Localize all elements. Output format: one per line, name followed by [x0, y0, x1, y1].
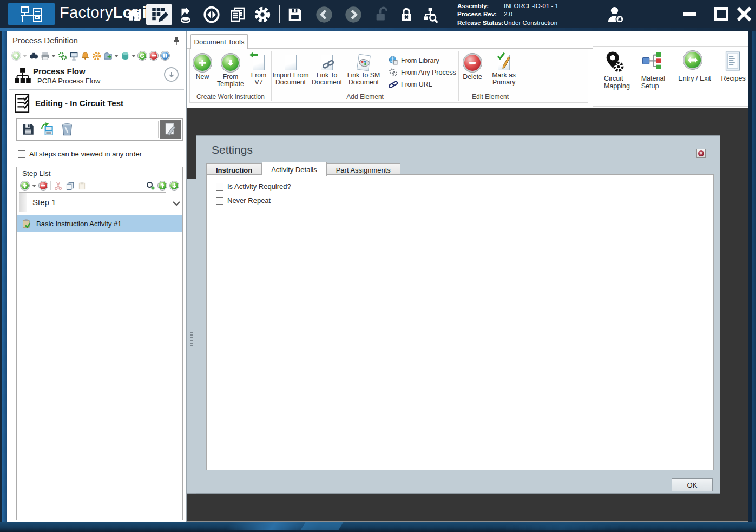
recipes-icon [725, 51, 741, 71]
material-setup-button[interactable]: Material Setup [641, 51, 671, 106]
process-flow-title: Process Flow [33, 67, 86, 76]
add-dropdown-icon[interactable] [23, 55, 27, 60]
add-step-icon[interactable] [20, 181, 30, 191]
alerts-bell-icon[interactable] [80, 51, 90, 61]
circuit-mapping-button[interactable]: Circuit Mapping [604, 51, 634, 106]
find-step-icon[interactable] [146, 181, 155, 191]
link-to-sm-document-icon [357, 54, 371, 71]
assembly-info: Assembly:INFORCE-IO-01 - 1 Process Rev:2… [457, 2, 558, 27]
editing-title: Editing - In Circuit Test [35, 98, 123, 108]
titlebar-separator [448, 5, 448, 23]
move-up-icon[interactable] [157, 181, 167, 191]
maximize-button[interactable] [711, 4, 732, 24]
from-any-process-button[interactable]: From Any Process [389, 68, 456, 77]
print-dropdown-icon[interactable] [51, 55, 56, 60]
ok-button[interactable]: OK [672, 478, 713, 491]
import-from-document-button[interactable]: Import From Document [272, 52, 310, 86]
unlock-button[interactable] [371, 4, 392, 25]
home-button[interactable] [123, 4, 144, 25]
mark-as-primary-button[interactable]: Mark as Primary [486, 52, 522, 86]
edit-document-button[interactable] [160, 120, 181, 139]
pause-icon[interactable] [160, 51, 170, 61]
refresh-icon[interactable] [137, 51, 147, 61]
copy-icon[interactable] [65, 181, 75, 191]
step-list-toolbar [20, 180, 179, 191]
add-icon[interactable] [11, 51, 21, 61]
activity-label: Basic Instruction Activity #1 [36, 220, 122, 228]
minimize-button[interactable] [680, 4, 700, 24]
tab-document-tools[interactable]: Document Tools [190, 34, 248, 49]
process-flow-row[interactable]: Process Flow PCBA Process Flow [7, 64, 186, 89]
settings-dialog: Settings ✕ Instruction Activity Details … [196, 135, 720, 494]
tab-activity-details[interactable]: Activity Details [262, 162, 327, 176]
order-checkbox[interactable] [18, 150, 25, 158]
panel-splitter[interactable] [187, 179, 196, 494]
link-to-sm-document-button[interactable]: Link To SM Document [344, 52, 383, 86]
material-setup-icon [641, 51, 663, 71]
from-template-button[interactable]: From Template [215, 52, 246, 88]
delete-element-button[interactable]: Delete [459, 52, 486, 81]
settings-gear-button[interactable] [252, 4, 273, 25]
presentation-icon[interactable] [69, 51, 78, 61]
entry-exit-button[interactable]: Entry / Exit [678, 51, 713, 106]
link-to-document-button[interactable]: Link To Document [310, 52, 344, 86]
process-rev-row: Process Rev:2.0 [457, 10, 558, 18]
paste-icon[interactable] [77, 181, 87, 191]
recipes-button[interactable]: Recipes [721, 51, 748, 106]
export-dropdown-icon[interactable] [114, 55, 119, 60]
process-editor-button[interactable] [146, 4, 172, 25]
editor-canvas: Settings ✕ Instruction Activity Details … [187, 108, 748, 522]
remove-step-icon[interactable] [38, 181, 48, 191]
from-url-button[interactable]: From URL [389, 80, 456, 89]
lock-release-button[interactable] [396, 4, 417, 25]
remove-icon[interactable] [149, 51, 159, 61]
export-folder-icon[interactable] [103, 51, 113, 61]
database-icon[interactable] [120, 51, 130, 61]
link-to-document-icon [321, 55, 333, 70]
step-collapse-chevron[interactable] [173, 199, 180, 208]
entry-exit-icon [683, 51, 702, 69]
import-document-icon[interactable] [38, 120, 57, 139]
process-audit-button[interactable] [420, 4, 441, 25]
save-button[interactable] [285, 4, 305, 25]
new-button[interactable]: New [190, 52, 215, 81]
new-icon [193, 54, 212, 72]
order-checkbox-row: All steps can be viewed in any order [18, 150, 142, 158]
add-step-dropdown-icon[interactable] [32, 185, 36, 189]
undo-back-button[interactable] [314, 4, 334, 25]
validate-icon[interactable] [57, 51, 67, 61]
delete-document-trash-icon[interactable] [57, 120, 77, 139]
move-down-icon[interactable] [169, 181, 179, 191]
transfer-button[interactable] [201, 4, 222, 25]
never-repeat-checkbox[interactable] [216, 197, 223, 205]
database-dropdown-icon[interactable] [132, 55, 136, 60]
redo-forward-button[interactable] [343, 4, 364, 25]
panel-toolbar [11, 50, 183, 61]
ribbon-area: Document Tools New From Template [187, 31, 748, 108]
from-library-button[interactable]: From Library [389, 56, 456, 65]
toolbar-divider [89, 181, 89, 190]
options-gear-icon[interactable] [91, 51, 101, 61]
logout-user-button[interactable] [605, 4, 626, 25]
collapse-flow-button[interactable] [164, 67, 179, 82]
from-v7-button[interactable]: From V7 [246, 52, 271, 86]
activity-list-item[interactable]: Basic Instruction Activity #1 [17, 215, 182, 232]
dialog-close-button[interactable]: ✕ [696, 149, 706, 158]
is-activity-required-label: Is Activity Required? [227, 182, 291, 191]
from-library-icon [389, 56, 398, 65]
pin-icon[interactable] [173, 36, 180, 47]
process-flow-icon [14, 67, 31, 85]
is-activity-required-checkbox[interactable] [216, 183, 223, 191]
step-header[interactable]: Step 1 [19, 192, 166, 212]
print-icon[interactable] [40, 51, 50, 61]
release-status-row: Release Status:Under Construction [457, 19, 558, 27]
save-document-icon[interactable] [18, 120, 38, 139]
from-url-icon [389, 80, 398, 89]
publish-document-button[interactable] [175, 4, 196, 25]
close-button[interactable] [734, 4, 754, 24]
search-binoculars-icon[interactable] [29, 51, 38, 61]
documents-button[interactable] [227, 4, 248, 25]
footer-streak [300, 522, 344, 530]
cut-icon[interactable] [53, 181, 63, 191]
dialog-title: Settings [212, 143, 253, 156]
